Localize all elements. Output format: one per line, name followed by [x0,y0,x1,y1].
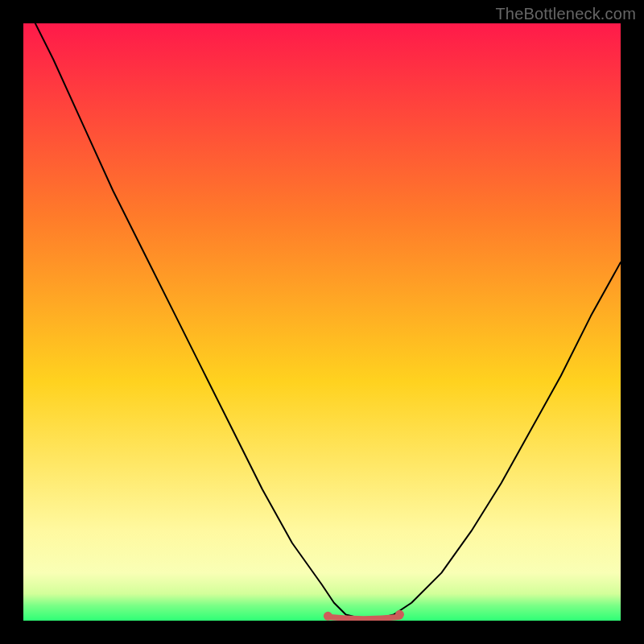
optimal-range-start-dot [324,612,332,621]
watermark-text: TheBottleneck.com [495,5,636,23]
optimal-range-highlight [328,617,399,619]
optimal-range-end-dot [395,610,404,619]
plot-area [23,23,621,621]
chart-frame: TheBottleneck.com [0,0,644,644]
plot-svg [23,23,621,621]
svg-rect-0 [23,23,621,621]
